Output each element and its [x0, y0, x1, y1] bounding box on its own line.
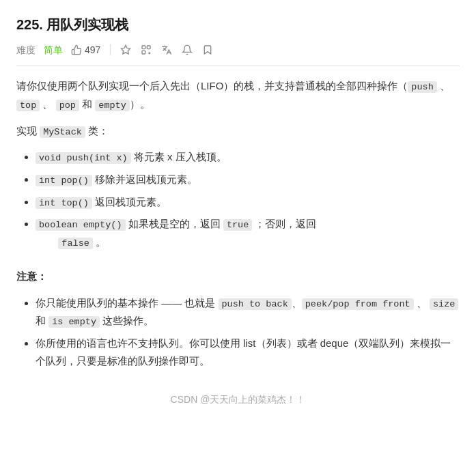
- method-empty-desc-1: 如果栈是空的，返回: [128, 218, 223, 229]
- svg-rect-2: [148, 46, 151, 49]
- method-empty: boolean empty(): [36, 219, 126, 231]
- list-item: void push(int x) 将元素 x 压入栈顶。: [36, 148, 460, 167]
- difficulty-label: 难度: [16, 42, 36, 57]
- method-empty-indent: [36, 236, 58, 248]
- method-pop-desc: 移除并返回栈顶元素。: [95, 173, 197, 185]
- bell-icon: [182, 44, 193, 55]
- method-push: void push(int x): [36, 152, 131, 164]
- difficulty-bar: 难度 简单 497: [16, 42, 460, 66]
- method-empty-desc-3: 。: [93, 236, 106, 248]
- method-empty-false: false: [58, 238, 93, 249]
- desc-code-top: top: [16, 100, 40, 111]
- desc-sep-2: 、: [40, 98, 55, 110]
- like-button[interactable]: 497: [71, 42, 100, 57]
- note-code-is-empty: is empty: [48, 316, 100, 328]
- like-icon: [71, 44, 82, 55]
- star-button[interactable]: [120, 44, 131, 55]
- note-1-sep-2: 、: [414, 297, 430, 309]
- list-item: 你所使用的语言也许不支持队列。你可以使用 list（列表）或者 deque（双端…: [36, 335, 460, 371]
- method-top-desc: 返回栈顶元素。: [95, 196, 167, 208]
- implement-text-2: 类：: [85, 125, 109, 137]
- desc-code-pop: pop: [56, 100, 79, 111]
- bell-button[interactable]: [182, 44, 193, 55]
- desc-code-empty: empty: [95, 100, 130, 111]
- note-label: 注意：: [16, 268, 460, 285]
- list-item: int top() 返回栈顶元素。: [36, 193, 460, 212]
- note-1-text-2: 和: [36, 315, 48, 326]
- method-empty-desc-2: ；否则，返回: [252, 218, 316, 229]
- like-count: 497: [85, 42, 100, 57]
- implement-text-1: 实现: [16, 125, 40, 137]
- bookmark-button[interactable]: [202, 44, 213, 55]
- star-icon: [120, 44, 131, 55]
- svg-rect-1: [142, 46, 145, 49]
- note-code-push-back: push to back: [219, 298, 292, 310]
- share-icon: [141, 44, 152, 55]
- desc-text-3: ）。: [130, 98, 150, 110]
- action-icons: 497: [71, 42, 213, 57]
- method-list: void push(int x) 将元素 x 压入栈顶。 int pop() 移…: [16, 148, 460, 251]
- note-1-text-3: 这些操作。: [100, 315, 154, 326]
- note-code-peek-pop: peek/pop from front: [302, 298, 414, 310]
- problem-body: 请你仅使用两个队列实现一个后入先出（LIFO）的栈，并支持普通栈的全部四种操作（…: [16, 77, 460, 370]
- method-push-desc: 将元素 x 压入栈顶。: [134, 151, 227, 162]
- note-1-sep-1: 、: [292, 297, 302, 309]
- svg-rect-3: [142, 51, 145, 55]
- problem-title: 225. 用队列实现栈: [16, 14, 460, 36]
- note-code-size: size: [430, 298, 458, 310]
- watermark: CSDN @天天向上的菜鸡杰！！: [16, 392, 460, 407]
- translate-button[interactable]: [161, 44, 172, 55]
- description-para: 请你仅使用两个队列实现一个后入先出（LIFO）的栈，并支持普通栈的全部四种操作（…: [16, 77, 460, 113]
- method-empty-true: true: [223, 219, 252, 231]
- implement-para: 实现 MyStack 类：: [16, 122, 460, 141]
- list-item: int pop() 移除并返回栈顶元素。: [36, 171, 460, 189]
- note-list: 你只能使用队列的基本操作 —— 也就是 push to back、peek/po…: [16, 294, 460, 371]
- desc-text-1: 请你仅使用两个队列实现一个后入先出（LIFO）的栈，并支持普通栈的全部四种操作（: [16, 80, 408, 91]
- note-2-text: 你所使用的语言也许不支持队列。你可以使用 list（列表）或者 deque（双端…: [36, 337, 451, 367]
- desc-sep-1: 、: [437, 80, 450, 91]
- list-item: boolean empty() 如果栈是空的，返回 true ；否则，返回 fa…: [36, 215, 460, 251]
- method-pop: int pop(): [36, 175, 92, 186]
- method-top: int top(): [36, 197, 92, 209]
- difficulty-value: 简单: [44, 42, 63, 57]
- divider: [110, 44, 111, 55]
- list-item: 你只能使用队列的基本操作 —— 也就是 push to back、peek/po…: [36, 294, 460, 330]
- desc-text-2: 和: [79, 98, 95, 110]
- implement-class: MyStack: [40, 126, 85, 138]
- translate-icon: [161, 44, 172, 55]
- desc-code-push: push: [408, 81, 436, 93]
- share-button[interactable]: [141, 44, 152, 55]
- note-1-text-1: 你只能使用队列的基本操作 —— 也就是: [36, 297, 219, 309]
- bookmark-icon: [202, 44, 213, 55]
- note-section: 注意： 你只能使用队列的基本操作 —— 也就是 push to back、pee…: [16, 268, 460, 370]
- svg-marker-0: [122, 46, 130, 55]
